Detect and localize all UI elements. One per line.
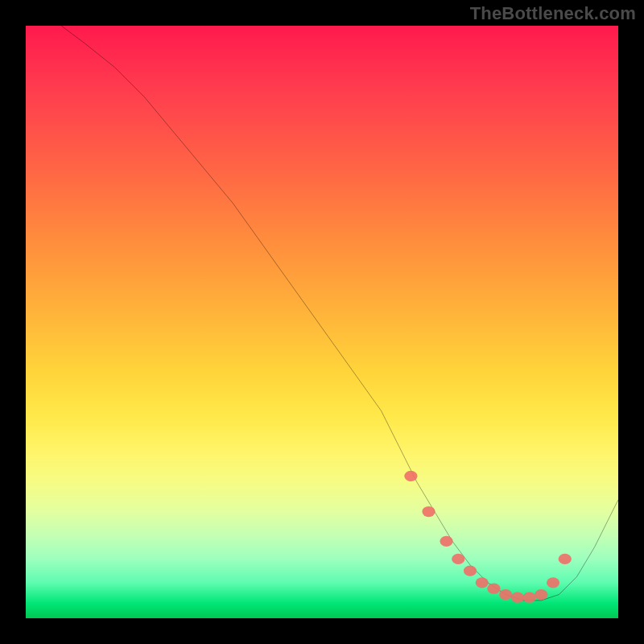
bottleneck-curve-path (61, 26, 618, 601)
highlight-marker (422, 506, 435, 517)
highlight-marker (476, 577, 489, 588)
highlight-marker (547, 577, 559, 588)
watermark-text: TheBottleneck.com (470, 3, 636, 24)
highlight-marker (404, 471, 417, 481)
highlight-marker (464, 565, 477, 576)
highlight-marker (523, 592, 536, 603)
highlight-marker (452, 554, 464, 564)
highlight-marker (499, 589, 512, 600)
highlight-marker (559, 554, 572, 564)
chart-frame: TheBottleneck.com (0, 0, 644, 644)
highlight-marker (511, 592, 524, 603)
plot-area (26, 26, 618, 618)
highlight-markers (404, 471, 572, 603)
highlight-marker (535, 589, 547, 600)
curve-layer (26, 26, 618, 618)
highlight-marker (487, 584, 500, 594)
highlight-marker (440, 536, 452, 547)
